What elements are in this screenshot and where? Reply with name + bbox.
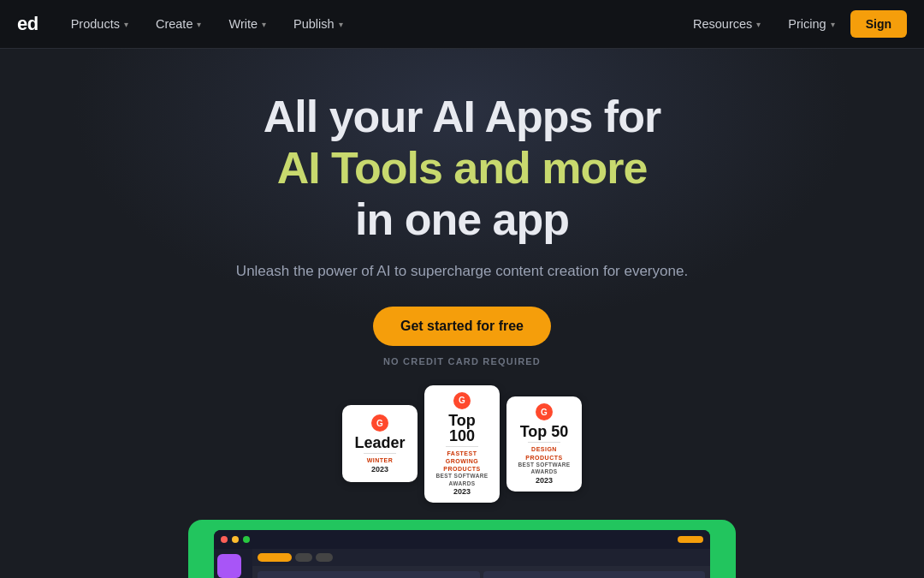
badge-top50-year: 2023 [536,476,553,485]
hero-section: All your AI Apps for AI Tools and more i… [0,49,924,578]
export-btn-mini [678,536,703,543]
navbar-left: Products ▾ Create ▾ Write ▾ Publish ▾ [59,12,681,36]
chevron-down-icon: ▾ [262,20,266,29]
g2-logo-icon: G [453,392,471,409]
sign-button[interactable]: Sign [850,10,907,38]
avatar-mini [217,554,241,578]
nav-write-label: Write [228,17,258,31]
window-content [214,549,710,578]
badge-divider [364,453,396,454]
badge-top50-main: Top 50 [520,424,569,439]
nav-products-label: Products [71,17,120,31]
badge-leader-year: 2023 [371,465,388,474]
g2-logo-icon: G [536,403,553,420]
hero-title-line3: in one app [355,194,569,246]
toolbar-element [316,553,333,562]
logo: ed [17,13,38,35]
content-block-mini [483,571,706,578]
badge-top50-cat: BEST SOFTWARE AWARDS [517,462,572,476]
content-block-mini [258,571,480,578]
app-window [214,530,710,578]
window-close-dot [221,536,228,543]
badge-top50-sub: Design Products [517,445,572,461]
chevron-down-icon: ▾ [339,20,343,29]
no-credit-text: NO CREDIT CARD REQUIRED [383,356,541,366]
chevron-down-icon: ▾ [197,20,201,29]
badge-top100-cat: BEST SOFTWARE AWARDS [435,473,489,487]
badge-divider [528,442,560,443]
hero-title-line2: AI Tools and more [277,143,648,194]
window-maximize-dot [243,536,250,543]
cta-button[interactable]: Get started for free [373,307,551,346]
nav-pricing[interactable]: Pricing ▾ [776,12,846,36]
badge-top50: G Top 50 Design Products BEST SOFTWARE A… [506,396,582,491]
nav-create[interactable]: Create ▾ [144,12,214,36]
badge-leader: G Leader WINTER 2023 [342,405,418,482]
nav-resources-label: Resources [693,17,752,31]
chevron-down-icon: ▾ [831,20,835,29]
hero-subtitle: Unleash the power of AI to supercharge c… [236,260,688,283]
badge-divider [446,446,478,447]
hero-title-line1: All your AI Apps for [264,92,660,143]
g2-logo-icon: G [371,414,388,432]
nav-products[interactable]: Products ▾ [59,12,140,36]
app-preview [188,520,736,578]
navbar-right: Resources ▾ Pricing ▾ Sign [681,10,907,38]
toolbar-element [258,553,292,562]
toolbar-element [295,553,312,562]
badge-top100: G Top 100 Fastest Growing Products BEST … [424,385,500,503]
badge-top100-sub: Fastest Growing Products [435,450,489,473]
chevron-down-icon: ▾ [124,20,128,29]
badges-container: G Leader WINTER 2023 G Top 100 Fastest G… [342,385,582,503]
badge-top100-main: Top 100 [435,413,489,444]
nav-resources[interactable]: Resources ▾ [681,12,773,36]
window-titlebar [214,530,710,549]
nav-write[interactable]: Write ▾ [216,12,278,36]
app-main-area [252,549,710,578]
app-toolbar-mini [252,549,710,566]
nav-pricing-label: Pricing [788,17,826,31]
badge-top100-year: 2023 [453,487,471,496]
chevron-down-icon: ▾ [756,20,761,29]
window-minimize-dot [232,536,239,543]
nav-create-label: Create [156,17,193,31]
badge-leader-sub: WINTER [367,456,394,464]
nav-publish-label: Publish [293,17,335,31]
nav-publish[interactable]: Publish ▾ [281,12,355,36]
navbar: ed Products ▾ Create ▾ Write ▾ Publish ▾… [0,0,924,49]
app-sidebar-mini [214,549,252,578]
badge-leader-main: Leader [354,435,405,450]
